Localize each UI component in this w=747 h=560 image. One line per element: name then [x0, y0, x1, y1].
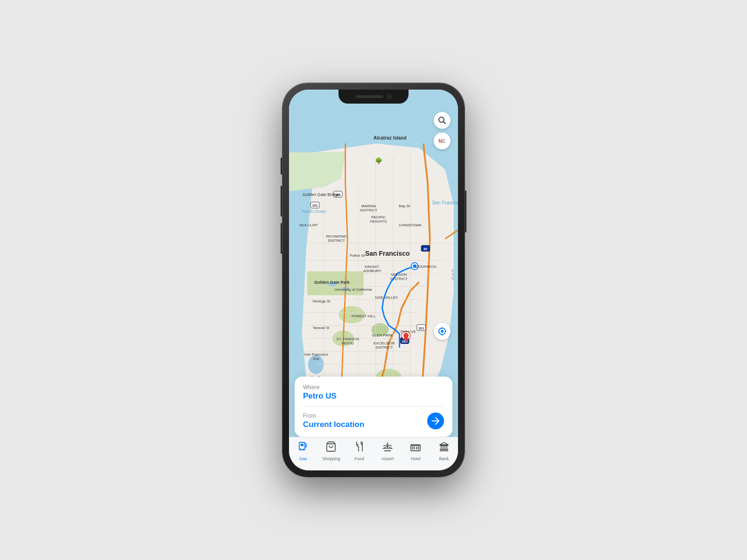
map-search-button[interactable] [434, 112, 451, 129]
svg-line-49 [444, 122, 446, 124]
tab-gas[interactable]: Gas [289, 441, 317, 461]
svg-text:Pacific Ocean: Pacific Ocean [302, 209, 326, 214]
location-icon [437, 327, 447, 336]
svg-point-9 [328, 282, 337, 287]
directions-card: Where Petro US From Current location [295, 377, 452, 437]
tab-food[interactable]: Food [345, 441, 374, 461]
svg-text:San Francisco Bay: San Francisco Bay [432, 200, 458, 205]
gas-icon [297, 441, 309, 455]
svg-text:IS PI ST: IS PI ST [451, 269, 454, 280]
from-section: From Current location [303, 413, 444, 429]
bank-label: Bank [439, 456, 449, 461]
shopping-icon [325, 441, 337, 455]
svg-point-40 [403, 333, 409, 338]
svg-point-3 [339, 306, 365, 323]
shopping-label: Shopping [322, 456, 340, 461]
tab-bank[interactable]: Bank [430, 441, 458, 461]
airport-label: Airport [381, 456, 394, 461]
svg-text:🌳: 🌳 [375, 157, 383, 165]
hotel-label: Hotel [411, 456, 421, 461]
food-label: Food [355, 456, 365, 461]
tab-airport[interactable]: Airport [374, 441, 402, 461]
tab-hotel[interactable]: Hotel [402, 441, 430, 461]
phone-screen: 101 101 101 80 280 101 [289, 90, 458, 470]
destination-value[interactable]: Petro US [303, 392, 444, 401]
where-section: Where Petro US [303, 384, 444, 401]
power-button[interactable] [465, 190, 466, 232]
gas-label: Gas [299, 456, 307, 461]
location-center-button[interactable] [434, 323, 451, 340]
where-label: Where [303, 384, 444, 391]
notch [338, 90, 409, 104]
food-icon [354, 441, 365, 455]
hotel-icon [410, 441, 421, 455]
tab-bar: Gas Shopping [289, 437, 458, 470]
svg-rect-62 [412, 447, 415, 449]
directions-arrow-icon [431, 417, 440, 425]
bank-icon [438, 441, 450, 455]
svg-text:101: 101 [312, 203, 318, 208]
from-label: From [303, 413, 364, 419]
card-divider [303, 406, 444, 407]
speaker [355, 95, 383, 98]
svg-point-51 [441, 330, 444, 333]
front-camera [387, 94, 392, 99]
svg-text:80: 80 [423, 247, 427, 251]
tab-shopping[interactable]: Shopping [317, 441, 345, 461]
phone-device: 101 101 101 80 280 101 [282, 83, 465, 477]
origin-value[interactable]: Current location [303, 420, 364, 429]
svg-rect-63 [416, 447, 419, 449]
svg-rect-57 [301, 444, 303, 446]
search-icon [438, 116, 446, 125]
svg-text:101: 101 [418, 326, 424, 330]
from-text: From Current location [303, 413, 364, 429]
airport-icon [382, 441, 393, 455]
start-directions-button[interactable] [427, 413, 444, 429]
svg-point-44 [413, 265, 416, 268]
compass-button[interactable]: NE [434, 133, 451, 149]
svg-text:101: 101 [335, 193, 341, 197]
